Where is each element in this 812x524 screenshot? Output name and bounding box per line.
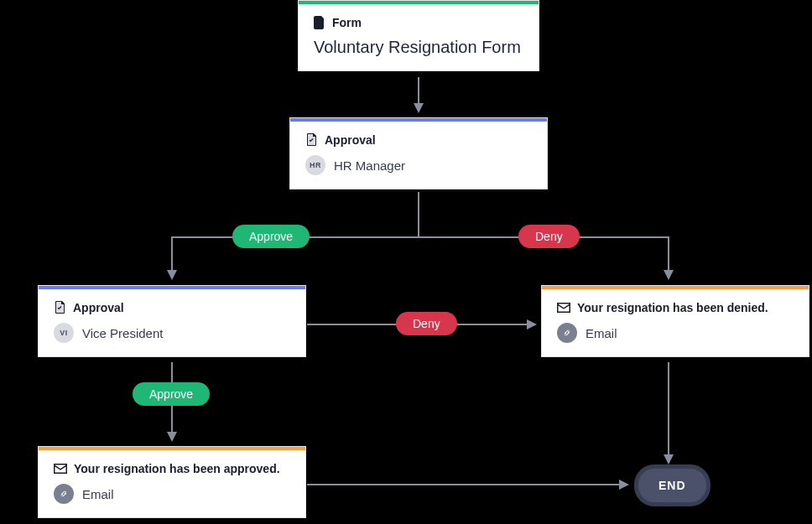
document-icon <box>314 16 325 29</box>
node-title: Your resignation has been denied. <box>577 301 768 314</box>
node-approval-vp[interactable]: Approval VI Vice President <box>38 285 306 357</box>
avatar: VI <box>54 323 74 343</box>
node-title: Your resignation has been approved. <box>74 462 280 475</box>
approval-icon <box>54 301 66 314</box>
approval-icon <box>305 133 318 147</box>
pill-approve-2[interactable]: Approve <box>133 382 210 406</box>
channel-label: Email <box>82 487 114 501</box>
node-approval-hr[interactable]: Approval HR HR Manager <box>289 117 548 189</box>
pill-approve-1[interactable]: Approve <box>232 225 310 248</box>
channel-label: Email <box>586 326 617 340</box>
node-type-label: Approval <box>73 301 124 314</box>
pill-deny-2[interactable]: Deny <box>396 312 457 335</box>
node-approved-email[interactable]: Your resignation has been approved. Emai… <box>38 446 306 518</box>
mail-icon <box>54 464 67 474</box>
approver-name: HR Manager <box>334 158 405 173</box>
node-type-label: Approval <box>325 133 376 147</box>
mail-icon <box>557 303 570 313</box>
node-type-label: Form <box>332 16 362 29</box>
node-title: Voluntary Resignation Form <box>314 38 523 57</box>
node-form[interactable]: Form Voluntary Resignation Form <box>298 0 539 71</box>
node-denied-email[interactable]: Your resignation has been denied. Email <box>541 285 809 357</box>
avatar: HR <box>305 155 325 175</box>
approver-name: Vice President <box>82 326 163 340</box>
link-icon <box>54 484 74 504</box>
pill-deny-1[interactable]: Deny <box>518 225 580 248</box>
node-end: END <box>634 464 710 506</box>
link-icon <box>557 323 577 343</box>
